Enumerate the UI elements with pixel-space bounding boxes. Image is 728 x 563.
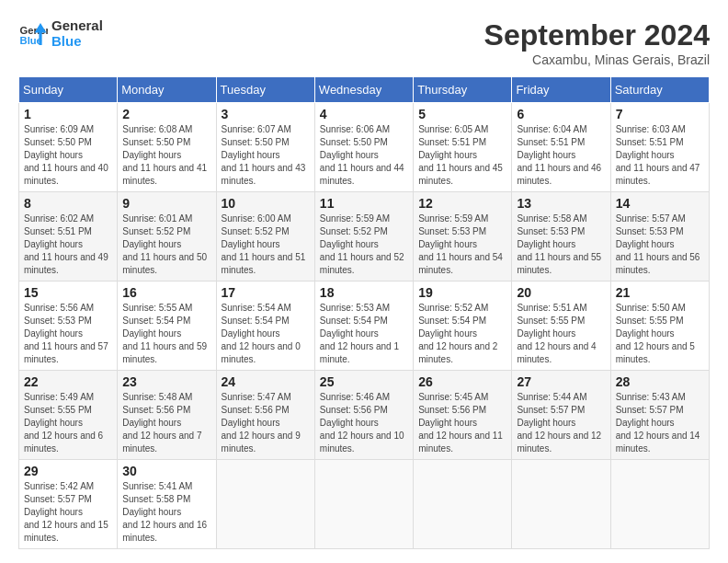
calendar-cell: 21 Sunrise: 5:50 AMSunset: 5:55 PMDaylig… xyxy=(610,282,709,371)
calendar-cell: 26 Sunrise: 5:45 AMSunset: 5:56 PMDaylig… xyxy=(414,371,512,460)
day-number: 6 xyxy=(517,107,605,121)
day-info: Sunrise: 6:04 AMSunset: 5:51 PMDaylight … xyxy=(517,124,601,186)
day-info: Sunrise: 6:03 AMSunset: 5:51 PMDaylight … xyxy=(616,124,700,186)
day-number: 23 xyxy=(122,374,210,389)
calendar-cell: 2 Sunrise: 6:08 AMSunset: 5:50 PMDayligh… xyxy=(118,103,216,192)
day-number: 10 xyxy=(222,196,310,211)
calendar-cell: 15 Sunrise: 5:56 AMSunset: 5:53 PMDaylig… xyxy=(19,282,118,371)
day-info: Sunrise: 5:58 AMSunset: 5:53 PMDaylight … xyxy=(517,213,601,275)
calendar-cell: 27 Sunrise: 5:44 AMSunset: 5:57 PMDaylig… xyxy=(512,371,610,460)
month-title: September 2024 xyxy=(484,18,710,52)
weekday-header: Friday xyxy=(512,77,610,103)
calendar-week-row: 22 Sunrise: 5:49 AMSunset: 5:55 PMDaylig… xyxy=(19,371,710,460)
calendar-cell: 17 Sunrise: 5:54 AMSunset: 5:54 PMDaylig… xyxy=(216,282,314,371)
day-number: 16 xyxy=(122,285,210,300)
day-info: Sunrise: 6:06 AMSunset: 5:50 PMDaylight … xyxy=(320,124,404,186)
day-number: 1 xyxy=(24,107,112,121)
day-number: 26 xyxy=(418,374,506,389)
day-number: 17 xyxy=(222,285,310,300)
weekday-header-row: SundayMondayTuesdayWednesdayThursdayFrid… xyxy=(19,77,710,103)
day-number: 28 xyxy=(616,374,704,389)
day-info: Sunrise: 5:53 AMSunset: 5:54 PMDaylight … xyxy=(320,303,399,364)
day-number: 4 xyxy=(320,107,408,121)
title-section: September 2024 Caxambu, Minas Gerais, Br… xyxy=(484,18,710,67)
weekday-header: Tuesday xyxy=(216,77,314,103)
day-info: Sunrise: 5:42 AMSunset: 5:57 PMDaylight … xyxy=(24,481,108,543)
weekday-header: Saturday xyxy=(610,77,709,103)
calendar-cell: 11 Sunrise: 5:59 AMSunset: 5:52 PMDaylig… xyxy=(314,192,413,282)
logo-line2: Blue xyxy=(51,34,103,50)
day-info: Sunrise: 5:48 AMSunset: 5:56 PMDaylight … xyxy=(122,392,201,454)
calendar-week-row: 15 Sunrise: 5:56 AMSunset: 5:53 PMDaylig… xyxy=(19,282,710,371)
calendar-cell: 10 Sunrise: 6:00 AMSunset: 5:52 PMDaylig… xyxy=(216,192,314,282)
day-info: Sunrise: 5:50 AMSunset: 5:55 PMDaylight … xyxy=(616,303,695,364)
calendar-cell: 28 Sunrise: 5:43 AMSunset: 5:57 PMDaylig… xyxy=(610,371,709,460)
day-info: Sunrise: 5:46 AMSunset: 5:56 PMDaylight … xyxy=(320,392,404,454)
day-number: 25 xyxy=(320,374,408,389)
weekday-header: Wednesday xyxy=(314,77,413,103)
calendar-cell: 7 Sunrise: 6:03 AMSunset: 5:51 PMDayligh… xyxy=(610,103,709,192)
day-number: 3 xyxy=(222,107,310,121)
day-number: 8 xyxy=(24,196,112,211)
calendar-cell: 18 Sunrise: 5:53 AMSunset: 5:54 PMDaylig… xyxy=(314,282,413,371)
day-info: Sunrise: 5:45 AMSunset: 5:56 PMDaylight … xyxy=(418,392,503,454)
day-number: 14 xyxy=(616,196,704,211)
calendar-week-row: 29 Sunrise: 5:42 AMSunset: 5:57 PMDaylig… xyxy=(19,460,710,549)
calendar-week-row: 8 Sunrise: 6:02 AMSunset: 5:51 PMDayligh… xyxy=(19,192,710,282)
day-number: 29 xyxy=(24,464,112,478)
day-info: Sunrise: 5:56 AMSunset: 5:53 PMDaylight … xyxy=(24,303,108,364)
day-number: 27 xyxy=(517,374,605,389)
day-info: Sunrise: 5:59 AMSunset: 5:53 PMDaylight … xyxy=(418,213,503,275)
calendar-cell: 13 Sunrise: 5:58 AMSunset: 5:53 PMDaylig… xyxy=(512,192,610,282)
day-number: 19 xyxy=(418,285,506,300)
day-number: 11 xyxy=(320,196,408,211)
logo: General Blue General Blue xyxy=(18,18,103,49)
logo-icon: General Blue xyxy=(18,19,48,49)
day-info: Sunrise: 5:47 AMSunset: 5:56 PMDaylight … xyxy=(222,392,301,454)
calendar-cell xyxy=(512,460,610,549)
day-info: Sunrise: 5:51 AMSunset: 5:55 PMDaylight … xyxy=(517,303,596,364)
day-info: Sunrise: 5:49 AMSunset: 5:55 PMDaylight … xyxy=(24,392,103,454)
day-number: 9 xyxy=(122,196,210,211)
calendar-cell: 19 Sunrise: 5:52 AMSunset: 5:54 PMDaylig… xyxy=(414,282,512,371)
day-number: 20 xyxy=(517,285,605,300)
day-number: 30 xyxy=(122,464,210,478)
calendar-cell: 23 Sunrise: 5:48 AMSunset: 5:56 PMDaylig… xyxy=(118,371,216,460)
day-info: Sunrise: 5:41 AMSunset: 5:58 PMDaylight … xyxy=(122,481,207,543)
day-info: Sunrise: 6:08 AMSunset: 5:50 PMDaylight … xyxy=(122,124,207,186)
day-number: 12 xyxy=(418,196,506,211)
day-info: Sunrise: 5:54 AMSunset: 5:54 PMDaylight … xyxy=(222,303,301,364)
calendar-cell: 4 Sunrise: 6:06 AMSunset: 5:50 PMDayligh… xyxy=(314,103,413,192)
calendar-cell: 1 Sunrise: 6:09 AMSunset: 5:50 PMDayligh… xyxy=(19,103,118,192)
day-number: 13 xyxy=(517,196,605,211)
day-info: Sunrise: 6:07 AMSunset: 5:50 PMDaylight … xyxy=(222,124,306,186)
day-info: Sunrise: 6:05 AMSunset: 5:51 PMDaylight … xyxy=(418,124,503,186)
day-number: 2 xyxy=(122,107,210,121)
day-info: Sunrise: 6:09 AMSunset: 5:50 PMDaylight … xyxy=(24,124,108,186)
day-info: Sunrise: 6:00 AMSunset: 5:52 PMDaylight … xyxy=(222,213,306,275)
calendar-cell: 20 Sunrise: 5:51 AMSunset: 5:55 PMDaylig… xyxy=(512,282,610,371)
calendar-cell xyxy=(314,460,413,549)
day-number: 24 xyxy=(222,374,310,389)
calendar-cell: 24 Sunrise: 5:47 AMSunset: 5:56 PMDaylig… xyxy=(216,371,314,460)
day-number: 15 xyxy=(24,285,112,300)
calendar-cell xyxy=(216,460,314,549)
weekday-header: Thursday xyxy=(414,77,512,103)
calendar-cell: 22 Sunrise: 5:49 AMSunset: 5:55 PMDaylig… xyxy=(19,371,118,460)
day-info: Sunrise: 5:44 AMSunset: 5:57 PMDaylight … xyxy=(517,392,601,454)
day-info: Sunrise: 5:55 AMSunset: 5:54 PMDaylight … xyxy=(122,303,207,364)
day-number: 7 xyxy=(616,107,704,121)
calendar-week-row: 1 Sunrise: 6:09 AMSunset: 5:50 PMDayligh… xyxy=(19,103,710,192)
day-info: Sunrise: 5:59 AMSunset: 5:52 PMDaylight … xyxy=(320,213,404,275)
calendar-cell: 25 Sunrise: 5:46 AMSunset: 5:56 PMDaylig… xyxy=(314,371,413,460)
calendar-cell: 8 Sunrise: 6:02 AMSunset: 5:51 PMDayligh… xyxy=(19,192,118,282)
calendar-cell: 14 Sunrise: 5:57 AMSunset: 5:53 PMDaylig… xyxy=(610,192,709,282)
day-number: 22 xyxy=(24,374,112,389)
day-info: Sunrise: 5:43 AMSunset: 5:57 PMDaylight … xyxy=(616,392,700,454)
day-info: Sunrise: 5:57 AMSunset: 5:53 PMDaylight … xyxy=(616,213,700,275)
weekday-header: Sunday xyxy=(19,77,118,103)
svg-text:Blue: Blue xyxy=(20,35,42,46)
calendar-cell xyxy=(610,460,709,549)
calendar-cell: 12 Sunrise: 5:59 AMSunset: 5:53 PMDaylig… xyxy=(414,192,512,282)
calendar-cell: 3 Sunrise: 6:07 AMSunset: 5:50 PMDayligh… xyxy=(216,103,314,192)
